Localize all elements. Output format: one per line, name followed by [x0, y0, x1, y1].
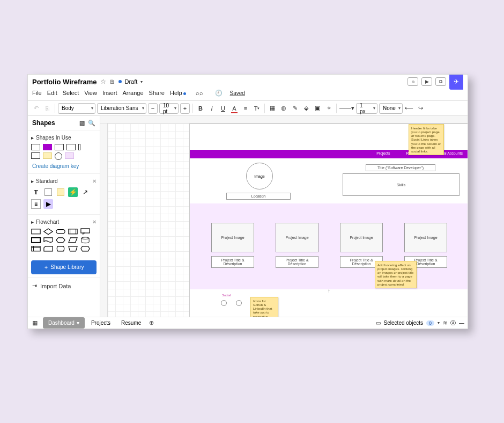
search-icon[interactable]: 🔍 [88, 120, 95, 127]
play-shape-icon[interactable]: ▶ [43, 199, 53, 209]
fc-data[interactable] [68, 237, 78, 243]
layout-icon[interactable]: ▦ [268, 103, 277, 114]
document-title[interactable]: Portfolio Wireframe [32, 78, 97, 86]
fc-predef[interactable] [68, 228, 78, 235]
wf-proj-img-3[interactable]: Project Image [340, 223, 383, 252]
selected-chevron-icon[interactable]: ▾ [438, 320, 440, 325]
add-tab-icon[interactable]: ⊕ [146, 318, 156, 329]
history-icon[interactable]: 🕘 [215, 90, 223, 97]
bolt-shape-icon[interactable]: ⚡ [68, 187, 78, 197]
shape-rect4[interactable] [31, 152, 40, 159]
fc-process-b[interactable] [31, 237, 41, 243]
shape-thin[interactable] [78, 144, 80, 150]
fc-loop[interactable] [80, 245, 90, 252]
wf-proj-title-2[interactable]: Project Title & Description [276, 256, 318, 268]
arrow-end-icon[interactable]: ↪ [416, 103, 425, 114]
line-end-select[interactable]: None [379, 103, 403, 114]
wf-proj-title-1[interactable]: Project Title & Description [211, 256, 254, 268]
format-painter-icon[interactable]: ⎘ [42, 103, 52, 114]
drop-icon[interactable]: ⬙ [301, 103, 311, 114]
wireframe-page[interactable]: Projects Resume Social Accounts Image Lo… [189, 123, 468, 317]
font-size-increase[interactable]: + [180, 103, 190, 114]
menu-arrange[interactable]: Arrange [122, 90, 143, 96]
close-standard-icon[interactable]: ✕ [92, 178, 97, 184]
wf-social-label[interactable]: Social [222, 294, 231, 297]
menu-view[interactable]: View [84, 90, 97, 96]
fc-internal[interactable] [31, 245, 41, 252]
bold-icon[interactable]: B [196, 103, 205, 114]
fc-decision[interactable] [43, 228, 53, 235]
shape-rect2[interactable] [55, 144, 64, 150]
menu-help[interactable]: Help [170, 90, 186, 96]
tab-projects[interactable]: Projects [86, 317, 116, 329]
saved-status[interactable]: Saved [230, 90, 245, 96]
list-shape-icon[interactable]: ≣ [31, 199, 41, 209]
wf-proj-img-4[interactable]: Project Image [404, 223, 447, 252]
shape-note[interactable] [43, 152, 52, 159]
font-color-icon[interactable]: A [229, 103, 239, 114]
font-size-decrease[interactable]: − [148, 103, 158, 114]
note-icons[interactable]: Icons for Github & LinkedIn that take yo… [250, 297, 278, 317]
section-in-use[interactable]: ▸ Shapes In Use [31, 133, 97, 143]
font-size-input[interactable]: 10 pt [159, 103, 179, 114]
fc-doc[interactable] [43, 237, 53, 243]
arrow-start-icon[interactable]: ⟵ [404, 103, 414, 114]
section-flowchart[interactable]: ▸ Flowchart✕ [31, 217, 97, 227]
underline-icon[interactable]: U [218, 103, 228, 114]
font-select[interactable]: Liberation Sans [97, 103, 146, 114]
fc-card[interactable] [43, 245, 53, 252]
page-icon[interactable]: 🗎 [109, 78, 115, 85]
fc-hex[interactable] [56, 237, 65, 243]
shape-rect-purple[interactable] [43, 144, 52, 150]
menu-file[interactable]: File [32, 90, 42, 96]
import-data-button[interactable]: ⇥Import Data [28, 278, 100, 294]
wf-social-icon-1[interactable] [221, 300, 227, 306]
menu-insert[interactable]: Insert [102, 90, 117, 96]
shape-rect-lilac[interactable] [65, 152, 74, 159]
shape-library-button[interactable]: ＋ Shape Library [31, 260, 97, 274]
wf-skills[interactable]: Skills [343, 173, 459, 196]
wf-social-icon-2[interactable] [236, 300, 242, 306]
status-label[interactable]: Draft [125, 78, 138, 85]
text-style-select[interactable]: Body [58, 103, 95, 114]
text-shape-icon[interactable]: T [31, 187, 41, 197]
align-icon[interactable]: ≡ [241, 103, 250, 114]
arrow-shape-icon[interactable]: ↗ [80, 187, 90, 197]
hdr-link-projects[interactable]: Projects [376, 151, 390, 158]
fc-callout[interactable] [80, 228, 90, 235]
fc-process[interactable] [31, 228, 41, 235]
shape-rect[interactable] [31, 144, 40, 150]
magic-icon[interactable]: ✧ [324, 103, 333, 114]
border-color-icon[interactable]: ✎ [290, 103, 300, 114]
image-icon[interactable]: ▣ [313, 103, 322, 114]
canvas-area[interactable]: Projects Resume Social Accounts Image Lo… [100, 116, 468, 317]
italic-icon[interactable]: I [207, 103, 217, 114]
stroke-width-select[interactable]: 1 px [356, 103, 377, 114]
star-icon[interactable]: ☆ [100, 78, 106, 85]
undo-icon[interactable]: ↶ [31, 103, 41, 114]
wf-avatar[interactable]: Image [246, 163, 273, 189]
line-style-icon[interactable]: ▾ [339, 103, 354, 114]
fc-manual[interactable] [68, 245, 78, 252]
wf-title[interactable]: Title ("Software Developer") [366, 164, 435, 171]
chevron-down-icon[interactable]: ▾ [140, 79, 143, 84]
fc-terminator[interactable] [56, 228, 65, 235]
binoculars-icon[interactable]: ⌕⌕ [195, 87, 204, 98]
video-icon[interactable]: ⧉ [435, 77, 446, 86]
create-key-link[interactable]: Create diagram key [31, 161, 97, 169]
wf-proj-img-1[interactable]: Project Image [211, 223, 254, 252]
section-standard[interactable]: ▸ Standard✕ [31, 176, 97, 186]
note-hover[interactable]: Add hovering effect on project images. C… [375, 261, 417, 288]
wf-proj-img-2[interactable]: Project Image [276, 223, 318, 252]
comment-icon[interactable]: ⌾ [407, 77, 418, 86]
tab-resume[interactable]: Resume [116, 317, 146, 329]
close-flowchart-icon[interactable]: ✕ [92, 219, 97, 225]
block-shape-icon[interactable] [43, 187, 53, 197]
menu-edit[interactable]: Edit [47, 90, 57, 96]
note-header[interactable]: Header links take you to project page or… [409, 124, 444, 155]
selection-indicator-icon[interactable]: ▭ [376, 320, 381, 326]
menu-select[interactable]: Select [63, 90, 79, 96]
layers-icon[interactable]: ≋ [443, 320, 447, 326]
fc-display[interactable] [56, 245, 65, 252]
wf-location[interactable]: Location [226, 193, 291, 200]
